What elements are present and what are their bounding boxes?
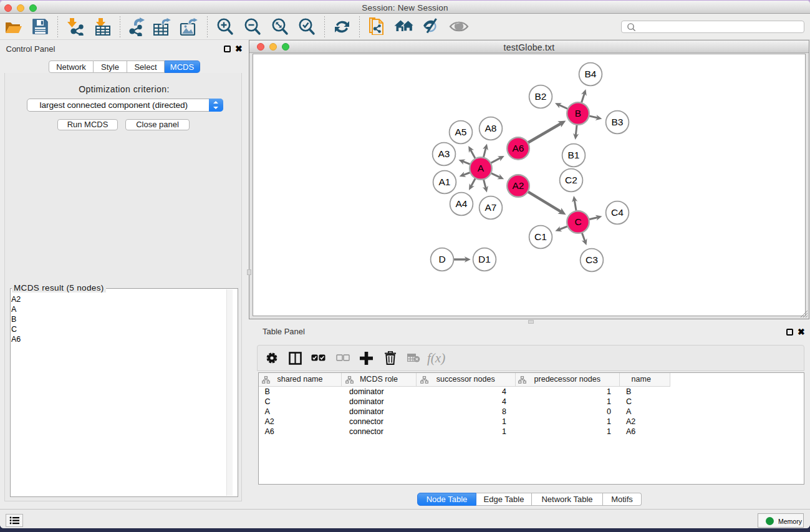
svg-text:A2: A2 — [513, 180, 524, 191]
svg-text:A6: A6 — [513, 143, 524, 153]
svg-text:A1: A1 — [439, 177, 451, 187]
svg-text:C2: C2 — [565, 175, 577, 185]
svg-text:A4: A4 — [456, 198, 468, 209]
svg-text:D: D — [438, 254, 445, 264]
svg-text:B3: B3 — [612, 117, 624, 127]
svg-text:B4: B4 — [585, 69, 597, 79]
svg-text:D1: D1 — [478, 254, 491, 264]
svg-text:A7: A7 — [485, 202, 497, 213]
svg-text:B1: B1 — [568, 150, 580, 160]
svg-text:C3: C3 — [586, 254, 598, 265]
svg-text:A: A — [478, 163, 485, 173]
svg-text:C1: C1 — [534, 231, 547, 242]
svg-text:A3: A3 — [438, 148, 450, 159]
svg-text:B: B — [575, 108, 581, 118]
svg-text:C: C — [574, 216, 581, 227]
svg-text:C4: C4 — [611, 207, 624, 218]
svg-text:B2: B2 — [535, 91, 547, 102]
svg-text:A5: A5 — [455, 127, 467, 137]
svg-text:A8: A8 — [485, 123, 497, 133]
